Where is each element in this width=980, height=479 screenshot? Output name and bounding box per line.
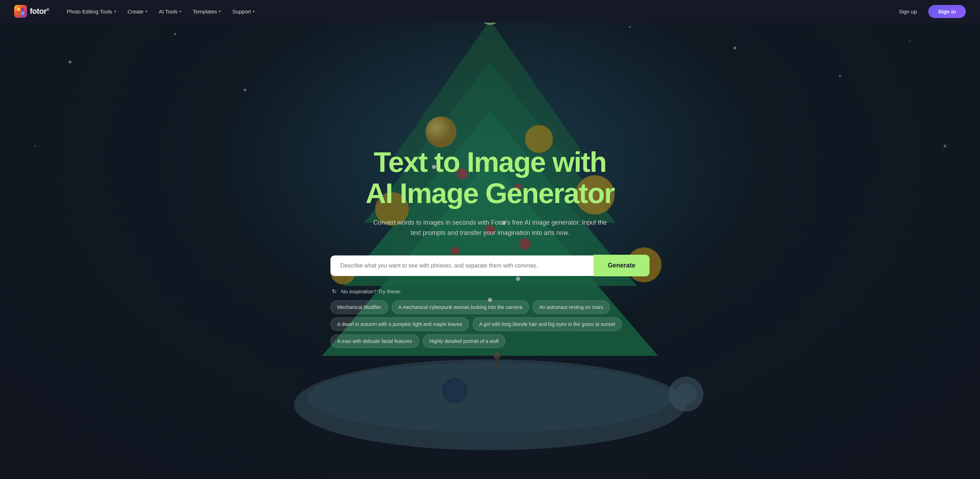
signin-button[interactable]: Sign in	[928, 5, 966, 18]
nav-item-templates[interactable]: Templates ▾	[188, 6, 226, 17]
suggestion-pill-5[interactable]: A man with delicate facial features	[331, 335, 419, 348]
nav-right: Sign up Sign in	[893, 5, 966, 18]
suggestion-pill-6[interactable]: Highly detailed portrait of a wolf	[423, 335, 505, 348]
logo-text: fotor®	[30, 7, 49, 16]
suggestion-pill-0[interactable]: Mechanical Modifier	[331, 300, 388, 314]
signup-button[interactable]: Sign up	[893, 6, 923, 17]
nav-item-create[interactable]: Create ▾	[123, 6, 153, 17]
chevron-down-icon: ▾	[253, 9, 255, 14]
hero-title: Text to Image with AI Image Generator	[331, 147, 649, 209]
refresh-icon[interactable]: ↻	[331, 288, 337, 295]
chevron-down-icon: ▾	[180, 9, 181, 14]
pills-container: Mechanical Modifier A mechanical cyberpu…	[331, 300, 649, 348]
generate-button[interactable]: Generate	[593, 255, 649, 276]
suggestion-pill-4[interactable]: A girl with long blonde hair and big eye…	[473, 317, 622, 331]
hero-subtitle: Convert words to images in seconds with …	[369, 217, 611, 238]
suggestions-section: ↻ No inspiration? Try these: Mechanical …	[331, 288, 649, 348]
suggestion-pill-2[interactable]: An astronaut resting on mars	[533, 300, 610, 314]
suggestion-pill-1[interactable]: A mechanical cyberpunk woman,looking int…	[392, 300, 529, 314]
chevron-down-icon: ▾	[219, 9, 221, 14]
hero-content: Text to Image with AI Image Generator Co…	[331, 147, 649, 348]
logo[interactable]: fotor®	[14, 5, 49, 18]
svg-rect-1	[21, 8, 24, 11]
prompt-input[interactable]	[331, 255, 593, 276]
navbar: fotor® Photo Editing Tools ▾ Create ▾ AI…	[0, 0, 980, 23]
suggestions-header: ↻ No inspiration? Try these:	[331, 288, 649, 295]
nav-left: fotor® Photo Editing Tools ▾ Create ▾ AI…	[14, 5, 260, 18]
suggestion-pill-3[interactable]: A dwarf in autumn with a pumpkin light a…	[331, 317, 469, 331]
hero-section: Text to Image with AI Image Generator Co…	[0, 23, 980, 479]
chevron-down-icon: ▾	[114, 9, 116, 14]
search-container: Generate	[331, 255, 649, 276]
nav-item-photo-editing[interactable]: Photo Editing Tools ▾	[62, 6, 121, 17]
logo-icon	[14, 5, 27, 18]
svg-rect-3	[21, 12, 24, 15]
svg-rect-2	[17, 12, 20, 15]
svg-rect-0	[17, 8, 20, 11]
nav-menu: Photo Editing Tools ▾ Create ▾ AI Tools …	[62, 6, 259, 17]
nav-item-ai-tools[interactable]: AI Tools ▾	[154, 6, 186, 17]
chevron-down-icon: ▾	[145, 9, 148, 14]
nav-item-support[interactable]: Support ▾	[227, 6, 260, 17]
